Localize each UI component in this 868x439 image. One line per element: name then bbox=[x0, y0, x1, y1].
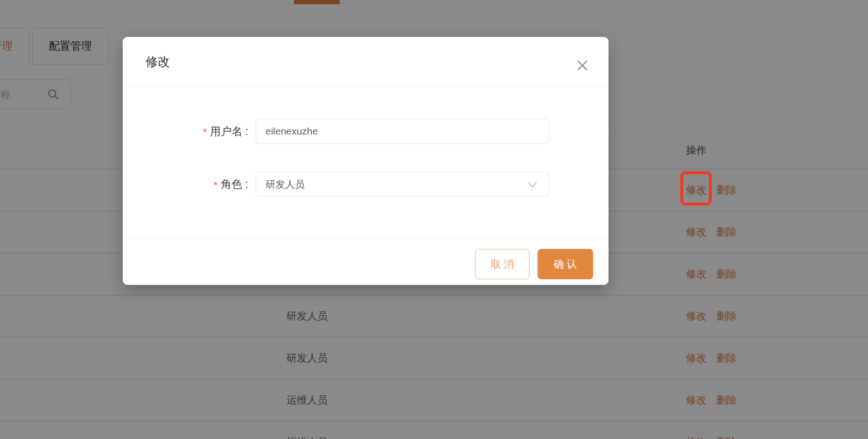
username-label: * 用户名 : bbox=[123, 119, 248, 144]
screen: { "tabs": { "user": { "label": "用户管理" },… bbox=[0, 0, 868, 439]
required-mark: * bbox=[214, 180, 218, 191]
username-input[interactable] bbox=[256, 119, 549, 144]
dialog-title: 修改 bbox=[146, 53, 170, 70]
close-button[interactable] bbox=[575, 58, 590, 73]
required-mark: * bbox=[203, 127, 207, 137]
username-label-text: 用户名 : bbox=[210, 124, 248, 139]
chevron-down-icon bbox=[527, 179, 538, 190]
role-select[interactable]: 研发人员 bbox=[256, 172, 549, 197]
dialog-footer: 取 消 确 认 bbox=[123, 239, 609, 285]
dialog-header: 修改 bbox=[123, 37, 609, 86]
confirm-button[interactable]: 确 认 bbox=[538, 249, 593, 279]
role-label-text: 角色 : bbox=[221, 177, 248, 191]
edit-dialog: 修改 * 用户名 : * 角色 : 研发人员 取 消 确 认 bbox=[123, 37, 609, 285]
cancel-button[interactable]: 取 消 bbox=[475, 249, 530, 279]
role-select-value: 研发人员 bbox=[266, 178, 305, 191]
role-label: * 角色 : bbox=[123, 172, 248, 197]
close-icon bbox=[575, 58, 590, 73]
